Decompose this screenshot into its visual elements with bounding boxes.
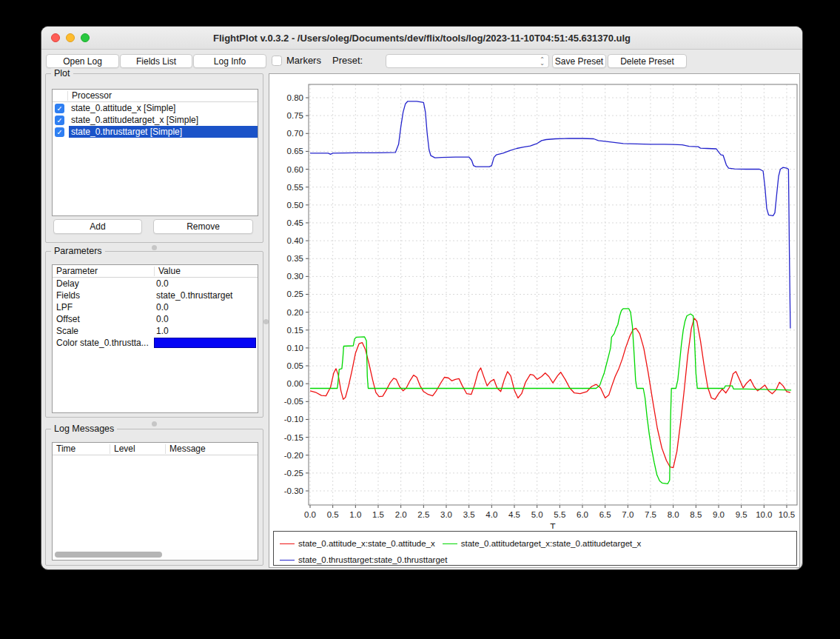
title-bar[interactable]: FlightPlot v.0.3.2 - /Users/oleg/Documen…	[41, 27, 802, 50]
save-preset-button[interactable]: Save Preset	[552, 54, 606, 68]
y-tick-label: -0.05	[284, 397, 303, 406]
plot-group-title: Plot	[51, 68, 73, 78]
parameter-value[interactable]: 0.0	[154, 301, 258, 313]
item-checkbox-checked[interactable]: ✓	[55, 116, 64, 125]
x-tick-label: 1.5	[372, 510, 384, 519]
x-tick-label: 2.5	[417, 510, 429, 519]
y-tick-label: 0.20	[287, 308, 303, 317]
parameter-name: Color state_0.thrustta...	[53, 338, 154, 348]
plot-item-label: state_0.thrusttarget [Simple]	[69, 126, 258, 138]
plot-list-item[interactable]: ✓state_0.attitude_x [Simple]	[53, 102, 258, 114]
chart-canvas[interactable]: 0.800.750.700.650.600.550.500.450.400.35…	[269, 74, 799, 529]
y-tick-label: 0.10	[287, 344, 303, 352]
log-messages-table[interactable]: Time Level Message	[52, 442, 258, 561]
y-tick-label: 0.80	[287, 93, 303, 102]
x-tick-label: 9.0	[713, 510, 725, 519]
y-tick-label: 0.55	[287, 183, 303, 192]
parameter-row[interactable]: Fieldsstate_0.thrusttarget	[53, 290, 258, 301]
y-tick-label: 0.75	[287, 111, 303, 120]
plot-list-item[interactable]: ✓state_0.attitudetarget_x [Simple]	[53, 114, 258, 126]
time-column-header: Time	[53, 444, 110, 454]
parameter-name: Delay	[53, 278, 154, 289]
item-checkbox-checked[interactable]: ✓	[55, 104, 64, 113]
parameter-value[interactable]: 1.0	[154, 325, 258, 337]
x-tick-label: 8.0	[668, 510, 679, 519]
markers-checkbox[interactable]	[272, 56, 282, 66]
legend-line-swatch	[280, 560, 295, 561]
horizontal-scrollbar[interactable]	[53, 550, 257, 559]
scrollbar-thumb[interactable]	[55, 552, 162, 558]
close-window-button[interactable]	[51, 33, 60, 42]
y-tick-label: 0.05	[287, 361, 303, 370]
parameters-table[interactable]: Parameter Value Delay0.0Fieldsstate_0.th…	[52, 264, 258, 413]
splitter-handle[interactable]	[152, 421, 157, 426]
vertical-splitter-handle[interactable]	[263, 319, 269, 324]
parameter-value[interactable]: 0.0	[154, 278, 258, 290]
y-tick-label: 0.65	[287, 147, 303, 155]
y-tick-label: -0.15	[284, 433, 303, 442]
y-tick-label: 0.35	[287, 254, 303, 263]
legend-label: state_0.attitudetarget_x:state_0.attitud…	[461, 535, 642, 552]
x-tick-label: 10.0	[756, 510, 772, 519]
parameter-row[interactable]: Color state_0.thrustta...	[53, 337, 258, 349]
parameter-value[interactable]	[154, 337, 258, 349]
flightplot-window: FlightPlot v.0.3.2 - /Users/oleg/Documen…	[41, 26, 803, 570]
legend-label: state_0.attitude_x:state_0.attitude_x	[298, 535, 435, 552]
y-tick-label: -0.25	[284, 469, 303, 478]
maximize-window-button[interactable]	[81, 33, 90, 42]
color-swatch[interactable]	[154, 338, 256, 348]
processor-column-header: Processor	[67, 91, 258, 101]
chart-panel: 0.800.750.700.650.600.550.500.450.400.35…	[269, 73, 800, 568]
parameter-row[interactable]: Scale1.0	[53, 325, 258, 337]
add-button[interactable]: Add	[53, 219, 142, 234]
preset-label: Preset:	[332, 55, 363, 66]
y-tick-label: -0.30	[284, 486, 303, 495]
y-tick-label: 0.40	[287, 236, 303, 245]
legend-line-swatch	[280, 543, 295, 544]
splitter-handle[interactable]	[152, 245, 157, 250]
legend-line-swatch	[443, 543, 457, 544]
parameter-row[interactable]: Delay0.0	[53, 278, 258, 290]
y-tick-label: 0.70	[287, 129, 303, 138]
parameter-row[interactable]: LPF0.0	[53, 301, 258, 313]
traffic-lights	[51, 33, 90, 42]
x-tick-label: 3.5	[463, 510, 475, 519]
legend-row: state_0.thrusttarget:state_0.thrusttarge…	[280, 552, 796, 568]
combo-stepper-icon[interactable]: ⌃⌄	[540, 55, 545, 67]
parameter-name: Fields	[53, 290, 154, 301]
x-tick-label: 5.5	[554, 510, 565, 519]
log-messages-group-title: Log Messages	[51, 424, 117, 434]
item-checkbox-checked[interactable]: ✓	[55, 127, 64, 137]
fields-list-button[interactable]: Fields List	[120, 54, 192, 68]
parameters-table-rows: Delay0.0Fieldsstate_0.thrusttargetLPF0.0…	[53, 278, 258, 349]
legend-row: state_0.attitude_x:state_0.attitude_xsta…	[280, 535, 796, 552]
parameter-row[interactable]: Offset0.0	[53, 313, 258, 325]
open-log-button[interactable]: Open Log	[46, 54, 119, 68]
y-tick-label: 0.30	[287, 272, 303, 281]
log-info-button[interactable]: Log Info	[193, 54, 266, 68]
y-tick-label: -0.20	[284, 451, 303, 460]
delete-preset-button[interactable]: Delete Preset	[608, 54, 687, 68]
level-column-header: Level	[110, 444, 165, 454]
plot-list-header: Processor	[53, 90, 258, 102]
plot-fields-list[interactable]: Processor ✓state_0.attitude_x [Simple]✓s…	[52, 89, 258, 216]
parameters-group-title: Parameters	[51, 246, 105, 256]
plot-area[interactable]	[309, 84, 797, 505]
plot-list-item[interactable]: ✓state_0.thrusttarget [Simple]	[53, 126, 258, 138]
parameter-name: LPF	[53, 302, 154, 312]
parameters-group: Parameters Parameter Value Delay0.0Field…	[45, 251, 263, 418]
parameter-value[interactable]: state_0.thrusttarget	[154, 290, 258, 301]
minimize-window-button[interactable]	[66, 33, 75, 42]
parameter-column-header: Parameter	[53, 267, 154, 276]
markers-label: Markers	[286, 55, 321, 66]
y-tick-label: -0.10	[284, 415, 303, 424]
x-tick-label: 4.0	[485, 510, 497, 519]
preset-combobox[interactable]: ⌃⌄	[386, 54, 549, 68]
remove-button[interactable]: Remove	[153, 219, 253, 234]
x-tick-label: 0.0	[304, 510, 316, 519]
parameter-name: Offset	[53, 314, 154, 324]
plot-list-rows: ✓state_0.attitude_x [Simple]✓state_0.att…	[53, 102, 258, 138]
parameter-name: Scale	[53, 326, 154, 336]
x-tick-label: 6.5	[599, 510, 611, 519]
parameter-value[interactable]: 0.0	[154, 313, 258, 325]
